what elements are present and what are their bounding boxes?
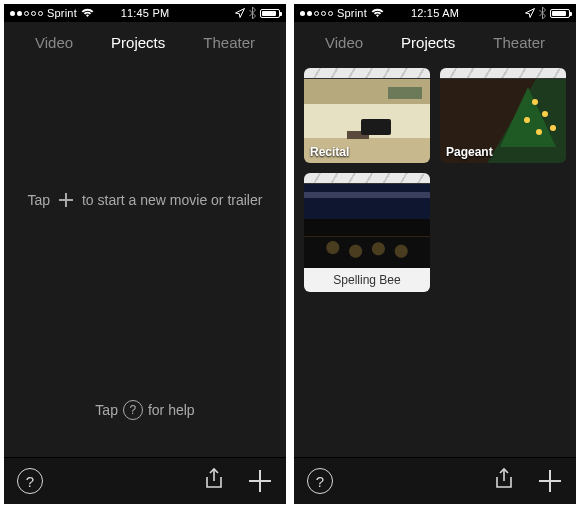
project-thumbnail bbox=[304, 184, 430, 268]
project-grid: Recital Pageant Spelling Bee bbox=[294, 62, 576, 298]
help-hint: Tap ? for help bbox=[4, 400, 286, 420]
clapper-icon bbox=[304, 68, 430, 79]
project-item[interactable]: Pageant bbox=[440, 68, 566, 163]
status-left: Sprint bbox=[10, 7, 94, 19]
project-item[interactable]: Spelling Bee bbox=[304, 173, 430, 292]
help-post: for help bbox=[148, 402, 195, 418]
signal-icon bbox=[300, 11, 333, 16]
project-title: Spelling Bee bbox=[304, 268, 430, 292]
share-icon bbox=[493, 467, 515, 495]
help-icon: ? bbox=[123, 400, 143, 420]
wifi-icon bbox=[81, 8, 94, 18]
project-title: Recital bbox=[310, 145, 349, 159]
tab-theater[interactable]: Theater bbox=[491, 30, 547, 55]
project-thumbnail: Pageant bbox=[440, 79, 566, 163]
bottom-toolbar: ? bbox=[294, 457, 576, 504]
carrier-label: Sprint bbox=[337, 7, 367, 19]
tab-projects[interactable]: Projects bbox=[109, 30, 167, 55]
top-tabs: Video Projects Theater bbox=[294, 22, 576, 62]
help-icon: ? bbox=[17, 468, 43, 494]
tab-video[interactable]: Video bbox=[323, 30, 365, 55]
plus-icon bbox=[58, 192, 74, 208]
empty-pre: Tap bbox=[28, 192, 51, 208]
top-tabs: Video Projects Theater bbox=[4, 22, 286, 62]
clapper-icon bbox=[440, 68, 566, 79]
help-button[interactable]: ? bbox=[306, 467, 334, 495]
signal-icon bbox=[10, 11, 43, 16]
status-bar: Sprint 11:45 PM bbox=[4, 4, 286, 22]
empty-state-message: Tap to start a new movie or trailer bbox=[4, 192, 286, 208]
tab-projects[interactable]: Projects bbox=[399, 30, 457, 55]
add-button[interactable] bbox=[536, 467, 564, 495]
share-button[interactable] bbox=[200, 467, 228, 495]
wifi-icon bbox=[371, 8, 384, 18]
share-icon bbox=[203, 467, 225, 495]
location-icon bbox=[235, 8, 245, 18]
status-right bbox=[235, 7, 280, 19]
content-area: Recital Pageant Spelling Bee bbox=[294, 62, 576, 457]
help-button[interactable]: ? bbox=[16, 467, 44, 495]
plus-icon bbox=[539, 470, 561, 492]
project-title: Pageant bbox=[446, 145, 493, 159]
clapper-icon bbox=[304, 173, 430, 184]
battery-icon bbox=[260, 9, 280, 18]
location-icon bbox=[525, 8, 535, 18]
carrier-label: Sprint bbox=[47, 7, 77, 19]
bottom-toolbar: ? bbox=[4, 457, 286, 504]
tab-video[interactable]: Video bbox=[33, 30, 75, 55]
screenshot-pair: Sprint 11:45 PM Video Projects Theater bbox=[0, 0, 580, 508]
help-icon: ? bbox=[307, 468, 333, 494]
share-button[interactable] bbox=[490, 467, 518, 495]
tab-theater[interactable]: Theater bbox=[201, 30, 257, 55]
phone-right: Sprint 12:15 AM Video Projects Theater bbox=[294, 4, 576, 504]
status-left: Sprint bbox=[300, 7, 384, 19]
status-bar: Sprint 12:15 AM bbox=[294, 4, 576, 22]
battery-icon bbox=[550, 9, 570, 18]
empty-post: to start a new movie or trailer bbox=[82, 192, 263, 208]
content-area: Tap to start a new movie or trailer Tap … bbox=[4, 62, 286, 457]
phone-left: Sprint 11:45 PM Video Projects Theater bbox=[4, 4, 286, 504]
project-item[interactable]: Recital bbox=[304, 68, 430, 163]
plus-icon bbox=[249, 470, 271, 492]
status-right bbox=[525, 7, 570, 19]
add-button[interactable] bbox=[246, 467, 274, 495]
bluetooth-icon bbox=[249, 7, 256, 19]
project-thumbnail: Recital bbox=[304, 79, 430, 163]
help-pre: Tap bbox=[95, 402, 118, 418]
bluetooth-icon bbox=[539, 7, 546, 19]
